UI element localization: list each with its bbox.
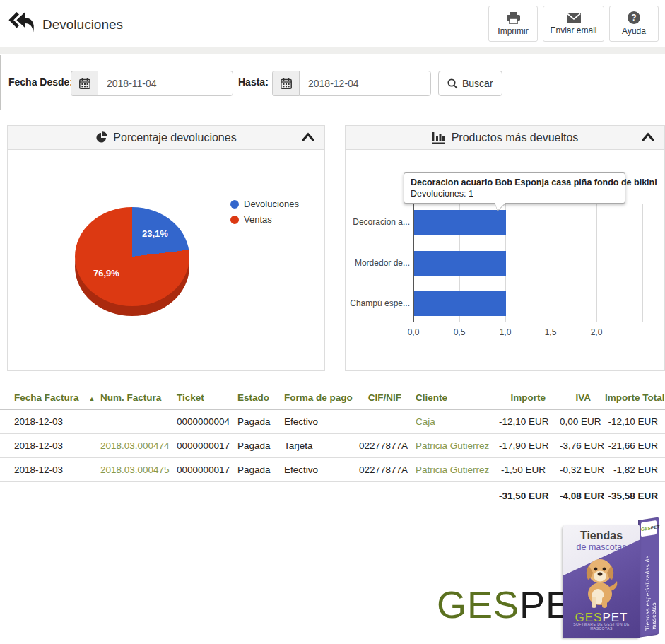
- col-iva[interactable]: IVA: [553, 386, 598, 410]
- product-box-brand-sub: SOFTWARE DE GESTIÓN DE MASCOTAS: [563, 622, 640, 631]
- chart-tooltip: Decoracion acuario Bob Esponja casa piña…: [404, 172, 625, 204]
- printer-icon: [507, 12, 520, 24]
- top-bar: Devoluciones Imprimir Enviar email ? Ayu…: [0, 0, 665, 47]
- col-estado[interactable]: Estado: [230, 386, 277, 410]
- help-button[interactable]: ? Ayuda: [609, 6, 659, 42]
- product-box-image: GESPET Tiendas especializadas de mascota…: [563, 520, 662, 642]
- print-button-label: Imprimir: [498, 26, 528, 36]
- cell-cliente-link[interactable]: Caja: [408, 410, 492, 434]
- x-tick-label: 2,0: [582, 327, 611, 337]
- gridline: [551, 204, 551, 322]
- bar[interactable]: [414, 291, 506, 316]
- pie-slice-label-ventas: 76,9%: [93, 268, 119, 279]
- cell-importe-total: -21,66 EUR: [598, 434, 665, 458]
- cell-importe: -1,50 EUR: [492, 458, 553, 482]
- back-icon[interactable]: [8, 9, 35, 36]
- table-header-row: Fecha Factura▲ Num. Factura Ticket Estad…: [0, 386, 665, 410]
- cell-cifnif: 02277877A: [352, 434, 408, 458]
- x-tick-label: 1,5: [536, 327, 565, 337]
- product-box-side-text: Tiendas especializadas de mascotas: [645, 537, 657, 631]
- bar-panel-header[interactable]: Productos más devueltos: [346, 126, 664, 150]
- bar-plot-area: [413, 204, 642, 322]
- cell-forma-pago: Efectivo: [277, 458, 352, 482]
- legend-item-devoluciones: Devoluciones: [230, 199, 299, 209]
- cell-num-factura-link[interactable]: 2018.03.000475: [93, 458, 170, 482]
- pie-panel: Porcentaje devoluciones Devoluciones Ven…: [7, 125, 325, 371]
- search-button[interactable]: Buscar: [438, 71, 502, 96]
- date-from-calendar-button[interactable]: [71, 71, 98, 96]
- envelope-icon: [567, 13, 581, 23]
- col-importe-total[interactable]: Importe Total: [598, 386, 665, 410]
- help-button-label: Ayuda: [622, 26, 646, 36]
- date-to-group: [272, 71, 431, 96]
- legend-label: Devoluciones: [244, 199, 299, 209]
- table-row[interactable]: 2018-12-03 2018.03.000475 0000000017 Pag…: [0, 458, 665, 482]
- cell-ticket: 0000000004: [170, 410, 230, 434]
- col-cifnif[interactable]: CIF/NIF: [352, 386, 408, 410]
- legend-item-ventas: Ventas: [230, 214, 299, 225]
- svg-text:?: ?: [631, 13, 636, 23]
- cell-cliente-link[interactable]: Patricia Gutierrez: [408, 458, 492, 482]
- gridline: [642, 204, 643, 322]
- cell-importe: -12,10 EUR: [492, 410, 553, 434]
- gespet-logo-ges: GES: [437, 583, 519, 626]
- bar-chart-icon: [432, 131, 446, 144]
- pie-legend: Devoluciones Ventas: [230, 199, 299, 230]
- col-forma-pago[interactable]: Forma de pago: [277, 386, 352, 410]
- cell-cifnif: [352, 410, 408, 434]
- date-to-input[interactable]: [299, 71, 431, 96]
- collapse-up-icon[interactable]: [642, 132, 654, 141]
- bar[interactable]: [414, 251, 506, 276]
- puppy-image: [579, 554, 624, 609]
- date-to-calendar-button[interactable]: [272, 71, 299, 96]
- pie-panel-header[interactable]: Porcentaje devoluciones: [8, 126, 324, 150]
- cell-estado: Pagada: [230, 434, 277, 458]
- x-tick-label: 0,5: [445, 327, 473, 337]
- cell-iva: -0,32 EUR: [553, 458, 598, 482]
- print-button[interactable]: Imprimir: [488, 6, 538, 42]
- calendar-icon: [79, 78, 90, 89]
- cell-num-factura: [93, 410, 170, 434]
- pie-chart: 23,1% 76,9%: [75, 207, 189, 316]
- date-from-group: [71, 71, 233, 96]
- cell-ticket: 0000000017: [170, 458, 230, 482]
- calendar-icon: [281, 78, 292, 89]
- col-fecha-factura[interactable]: Fecha Factura▲: [0, 386, 93, 410]
- pie-slice-label-devoluciones: 23,1%: [142, 228, 168, 239]
- tooltip-value: Devoluciones: 1: [411, 189, 618, 199]
- cell-estado: Pagada: [230, 458, 277, 482]
- bar-panel: Productos más devueltos Decoracion a... …: [345, 125, 665, 371]
- table-row[interactable]: 2018-12-03 0000000004 Pagada Efectivo Ca…: [0, 410, 665, 434]
- col-num-factura[interactable]: Num. Factura: [93, 386, 170, 410]
- product-box-side: GESPET Tiendas especializadas de mascota…: [638, 517, 659, 638]
- send-email-button[interactable]: Enviar email: [543, 6, 604, 42]
- legend-label: Ventas: [244, 214, 272, 225]
- cell-importe-total: -12,10 EUR: [598, 410, 665, 434]
- header-divider-band: [0, 47, 665, 54]
- cell-cifnif: 02277877A: [352, 458, 408, 482]
- cell-cliente-link[interactable]: Patricia Gutierrez: [408, 434, 492, 458]
- collapse-up-icon[interactable]: [302, 132, 314, 141]
- search-icon: [447, 78, 458, 89]
- col-ticket[interactable]: Ticket: [170, 386, 230, 410]
- cell-forma-pago: Efectivo: [277, 410, 352, 434]
- date-from-input[interactable]: [98, 71, 233, 96]
- product-box-subtitle: de mascotas: [563, 542, 640, 552]
- page-title: Devoluciones: [42, 17, 123, 33]
- col-importe[interactable]: Importe: [492, 386, 553, 410]
- cell-ticket: 0000000017: [170, 434, 230, 458]
- bar[interactable]: [414, 210, 506, 235]
- bar-category-label: Champú espe...: [347, 298, 410, 308]
- send-email-button-label: Enviar email: [550, 25, 596, 35]
- cell-num-factura-link[interactable]: 2018.03.000474: [93, 434, 170, 458]
- search-button-label: Buscar: [462, 78, 493, 89]
- table-row[interactable]: 2018-12-03 2018.03.000474 0000000017 Pag…: [0, 434, 665, 458]
- pie-graphic[interactable]: [75, 207, 189, 306]
- filter-accent-line: [0, 55, 1, 110]
- cell-estado: Pagada: [230, 410, 277, 434]
- legend-swatch-blue: [230, 200, 239, 209]
- date-from-label: Fecha Desde:: [8, 76, 73, 88]
- sort-asc-icon: ▲: [89, 395, 95, 402]
- col-cliente[interactable]: Cliente: [408, 386, 492, 410]
- filter-bar: Fecha Desde: Hasta:: [0, 55, 665, 110]
